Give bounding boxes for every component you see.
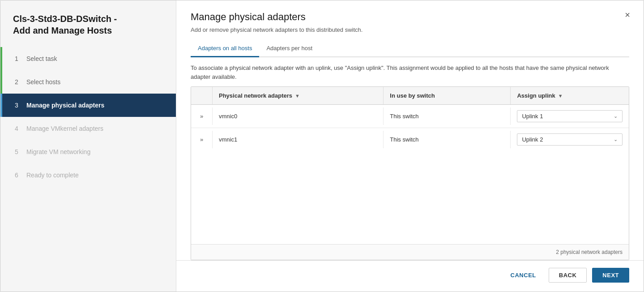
sidebar-item-ready: 6 Ready to complete [0,163,176,187]
sidebar-title: Cls-3-Std3-DB-DSwitch - Add and Manage H… [0,0,176,47]
th-assign-uplink: Assign uplink ▼ [511,87,629,104]
row0-expander[interactable]: » [191,107,213,125]
row1-switch: This switch [384,131,511,148]
row0-uplink-select[interactable]: Uplink 1 ⌄ [517,110,623,122]
step-number-3: 3 [15,102,22,109]
sidebar-steps: 1 Select task 2 Select hosts 3 Manage ph… [0,47,176,292]
th-expander [191,87,213,104]
row1-uplink-select[interactable]: Uplink 2 ⌄ [517,133,623,146]
table-row: » vmnic0 This switch Uplink 1 ⌄ [191,105,629,128]
step-label-4: Manage VMkernel adapters [26,125,103,132]
th-physical-adapters-label: Physical network adapters [219,92,292,99]
step-label-5: Migrate VM networking [26,148,90,155]
sidebar-item-select-hosts[interactable]: 2 Select hosts [0,70,176,94]
table-footer: 2 physical network adapters [191,244,629,260]
step-number-4: 4 [15,125,22,132]
th-in-use: In use by switch [384,87,511,104]
content-panel: × Manage physical adapters Add or remove… [176,0,644,292]
th-in-use-label: In use by switch [390,92,435,99]
row0-name: vmnic0 [213,107,384,125]
step-label-1: Select task [26,55,57,62]
row1-expander[interactable]: » [191,131,213,148]
step-number-5: 5 [15,148,22,155]
content-subtitle: Add or remove physical network adapters … [191,26,629,33]
row1-uplink[interactable]: Uplink 2 ⌄ [511,128,629,151]
row1-name: vmnic1 [213,131,384,148]
tab-adapters-all-hosts[interactable]: Adapters on all hosts [191,40,259,57]
content-actions: CANCEL BACK NEXT [176,260,644,292]
step-number-1: 1 [15,55,22,62]
table-header: Physical network adapters ▼ In use by sw… [191,87,629,105]
cancel-button[interactable]: CANCEL [503,268,543,282]
content-header: Manage physical adapters Add or remove p… [176,0,644,40]
step-label-6: Ready to complete [26,172,79,179]
table-row: » vmnic1 This switch Uplink 2 ⌄ [191,128,629,151]
row1-chevron-icon: ⌄ [614,137,618,142]
table-body: » vmnic0 This switch Uplink 1 ⌄ » vmnic1… [191,105,629,244]
sidebar-item-select-task[interactable]: 1 Select task [0,47,176,70]
sidebar-item-migrate-vm: 5 Migrate VM networking [0,140,176,163]
physical-adapters-filter-icon[interactable]: ▼ [295,93,300,99]
content-title: Manage physical adapters [191,11,629,23]
step-label-2: Select hosts [26,78,60,86]
dialog: Cls-3-Std3-DB-DSwitch - Add and Manage H… [0,0,644,292]
th-physical-adapters: Physical network adapters ▼ [213,87,384,104]
row0-uplink[interactable]: Uplink 1 ⌄ [511,105,629,128]
sidebar-item-manage-vmkernel: 4 Manage VMkernel adapters [0,117,176,140]
step-label-3: Manage physical adapters [26,102,104,109]
row0-uplink-value: Uplink 1 [522,113,543,120]
sidebar-item-manage-physical[interactable]: 3 Manage physical adapters [0,94,176,117]
adapters-table: Physical network adapters ▼ In use by sw… [191,86,629,260]
step-number-2: 2 [15,78,22,86]
back-button[interactable]: BACK [549,268,587,283]
row0-switch: This switch [384,107,511,125]
close-button[interactable]: × [621,9,634,21]
th-assign-uplink-label: Assign uplink [517,92,555,99]
assign-uplink-filter-icon[interactable]: ▼ [558,93,563,99]
sidebar: Cls-3-Std3-DB-DSwitch - Add and Manage H… [0,0,176,292]
step-number-6: 6 [15,172,22,179]
row1-uplink-value: Uplink 2 [522,136,543,143]
tab-adapters-per-host[interactable]: Adapters per host [259,40,320,57]
row0-chevron-icon: ⌄ [614,113,618,119]
next-button[interactable]: NEXT [592,268,629,283]
tabs: Adapters on all hosts Adapters per host [191,40,629,57]
info-text: To associate a physical network adapter … [176,57,644,86]
